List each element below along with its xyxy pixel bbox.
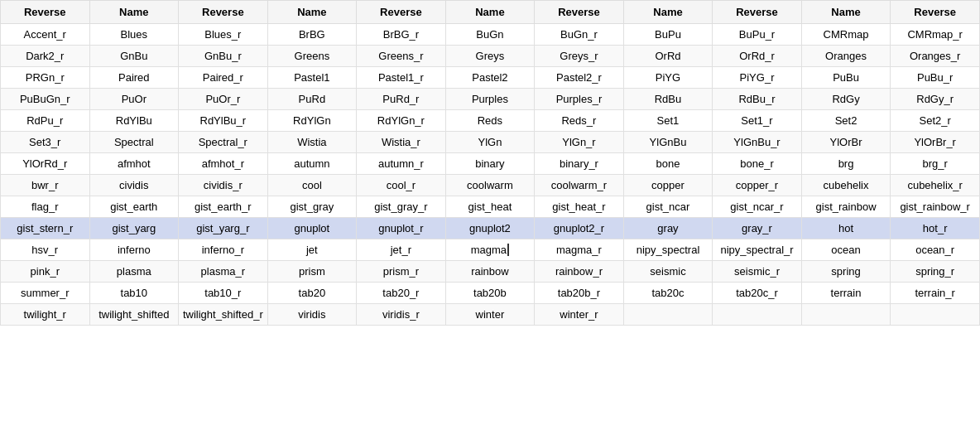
table-cell: twilight_shifted_r	[179, 304, 268, 326]
table-cell: tab10	[89, 283, 179, 304]
table-cell: Set3_r	[1, 132, 90, 153]
table-cell: PiYG_r	[713, 67, 802, 89]
col-header-6: Reverse	[535, 1, 624, 24]
table-cell: nipy_spectral_r	[713, 239, 802, 261]
table-cell: gist_yarg_r	[179, 218, 268, 239]
colormap-table: ReverseNameReverseNameReverseNameReverse…	[0, 0, 980, 326]
table-cell: gist_gray	[267, 196, 357, 218]
table-cell: inferno_r	[179, 239, 268, 261]
table-cell: RdGy_r	[891, 89, 980, 110]
table-cell: terrain_r	[891, 283, 980, 304]
table-cell: prism	[267, 261, 357, 283]
table-cell: magma_r	[535, 239, 624, 261]
table-cell: cool	[267, 175, 357, 196]
table-cell: BuGn	[445, 24, 535, 46]
table-cell: PuBu_r	[891, 67, 980, 89]
table-cell: Pastel2	[445, 67, 535, 89]
col-header-1: Name	[89, 1, 179, 24]
table-cell: binary_r	[535, 153, 624, 175]
table-cell: YlGn	[445, 132, 535, 153]
table-cell: tab20b_r	[535, 283, 624, 304]
table-row: Dark2_rGnBuGnBu_rGreensGreens_rGreysGrey…	[1, 46, 980, 67]
table-cell: cool_r	[357, 175, 446, 196]
table-cell: gist_rainbow	[801, 196, 891, 218]
table-cell: PuOr	[89, 89, 179, 110]
table-cell: gist_gray_r	[357, 196, 446, 218]
table-cell: jet	[267, 239, 357, 261]
table-cell: seismic	[623, 261, 713, 283]
table-cell: gist_heat	[445, 196, 535, 218]
table-cell: binary	[445, 153, 535, 175]
table-cell: ocean_r	[891, 239, 980, 261]
table-cell: gist_ncar_r	[713, 196, 802, 218]
table-row: RdPu_rRdYlBuRdYlBu_rRdYlGnRdYlGn_rRedsRe…	[1, 110, 980, 132]
table-cell: PuRd	[267, 89, 357, 110]
table-cell: Blues	[89, 24, 179, 46]
table-cell: cividis_r	[179, 175, 268, 196]
main-table-container: ReverseNameReverseNameReverseNameReverse…	[0, 0, 980, 326]
table-cell: RdPu_r	[1, 110, 90, 132]
table-cell: seismic_r	[713, 261, 802, 283]
table-cell: gist_ncar	[623, 196, 713, 218]
table-cell: BrBG	[267, 24, 357, 46]
table-cell: autumn	[267, 153, 357, 175]
table-cell: tab20_r	[357, 283, 446, 304]
table-cell: Set2_r	[891, 110, 980, 132]
table-cell: gnuplot	[267, 218, 357, 239]
table-cell: twilight_shifted	[89, 304, 179, 326]
table-cell: Greys	[445, 46, 535, 67]
table-cell: afmhot	[89, 153, 179, 175]
table-cell: summer_r	[1, 283, 90, 304]
table-cell: flag_r	[1, 196, 90, 218]
table-cell: copper_r	[713, 175, 802, 196]
table-cell: prism_r	[357, 261, 446, 283]
table-row: PuBuGn_rPuOrPuOr_rPuRdPuRd_rPurplesPurpl…	[1, 89, 980, 110]
table-cell: RdGy	[801, 89, 891, 110]
table-cell: Greens	[267, 46, 357, 67]
table-row: pink_rplasmaplasma_rprismprism_rrainbowr…	[1, 261, 980, 283]
table-cell: GnBu	[89, 46, 179, 67]
table-cell: Set1	[623, 110, 713, 132]
table-cell: gist_yarg	[89, 218, 179, 239]
table-cell: gnuplot2	[445, 218, 535, 239]
table-cell: gnuplot2_r	[535, 218, 624, 239]
table-cell: Reds_r	[535, 110, 624, 132]
table-cell: hsv_r	[1, 239, 90, 261]
table-cell: OrRd_r	[713, 46, 802, 67]
table-cell: Paired_r	[179, 67, 268, 89]
table-cell: winter	[445, 304, 535, 326]
table-cell: Purples_r	[535, 89, 624, 110]
table-cell: viridis_r	[357, 304, 446, 326]
table-cell: gray_r	[713, 218, 802, 239]
table-cell: PuBuGn_r	[1, 89, 90, 110]
table-cell: RdYlBu_r	[179, 110, 268, 132]
table-cell: tab20c_r	[713, 283, 802, 304]
table-cell: autumn_r	[357, 153, 446, 175]
table-cell: Accent_r	[1, 24, 90, 46]
table-cell: Greys_r	[535, 46, 624, 67]
table-cell: PuBu	[801, 67, 891, 89]
table-cell: GnBu_r	[179, 46, 268, 67]
table-cell: BuGn_r	[535, 24, 624, 46]
table-cell: gnuplot_r	[357, 218, 446, 239]
table-cell: Wistia_r	[357, 132, 446, 153]
table-cell: gist_rainbow_r	[891, 196, 980, 218]
table-cell	[801, 304, 891, 326]
table-cell: Purples	[445, 89, 535, 110]
table-cell: YlGnBu_r	[713, 132, 802, 153]
table-cell: magma	[445, 239, 535, 261]
table-cell: winter_r	[535, 304, 624, 326]
table-cell: gist_stern_r	[1, 218, 90, 239]
table-cell: cubehelix_r	[891, 175, 980, 196]
col-header-7: Name	[623, 1, 713, 24]
table-cell: copper	[623, 175, 713, 196]
table-cell: twilight_r	[1, 304, 90, 326]
table-cell: gist_heat_r	[535, 196, 624, 218]
table-cell: Spectral	[89, 132, 179, 153]
col-header-2: Reverse	[179, 1, 268, 24]
table-cell: cubehelix	[801, 175, 891, 196]
table-cell: brg	[801, 153, 891, 175]
table-cell: BrBG_r	[357, 24, 446, 46]
table-cell: RdYlGn	[267, 110, 357, 132]
table-cell: Pastel1	[267, 67, 357, 89]
